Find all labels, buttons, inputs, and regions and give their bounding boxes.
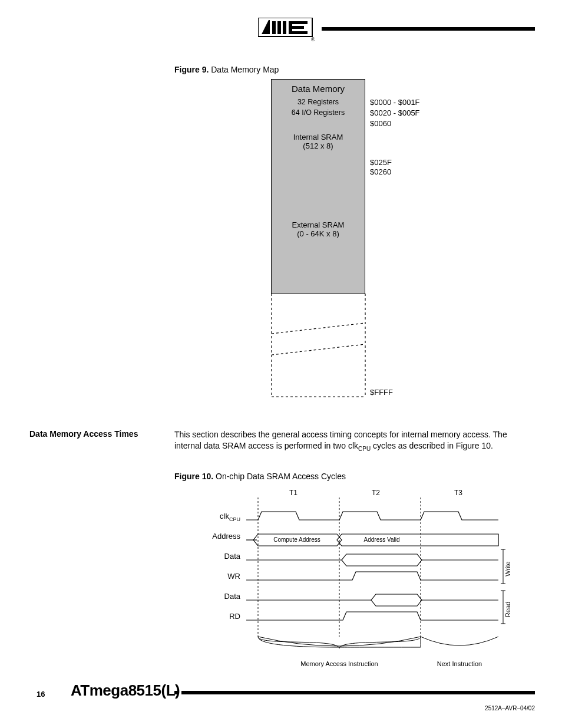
svg-rect-2 <box>277 21 281 34</box>
svg-rect-7 <box>289 21 292 34</box>
page-number: 16 <box>37 690 45 699</box>
wr-label: WR <box>227 572 240 581</box>
section-body-post: cycles as described in Figure 10. <box>371 441 493 450</box>
addr-reg32: $0000 - $001F <box>370 98 420 107</box>
atmel-logo: ® <box>258 18 315 41</box>
chip-name: ATmega8515(L) <box>71 681 180 700</box>
compute-address-text: Compute Address <box>273 536 320 543</box>
memmap-isram-l1: Internal SRAM <box>293 133 343 141</box>
write-side-label: Write <box>504 561 511 576</box>
addr-esram-start: $0260 <box>370 167 391 176</box>
t1-label: T1 <box>289 489 297 497</box>
memmap-title: Data Memory <box>271 79 365 98</box>
t3-label: T3 <box>454 489 462 497</box>
memmap-esram-l1: External SRAM <box>292 220 345 229</box>
next-instr-text: Next Instruction <box>437 660 482 667</box>
mem-instr-text: Memory Access Instruction <box>300 660 378 667</box>
figure10-caption: Figure 10. On-chip Data SRAM Access Cycl… <box>174 472 346 481</box>
footer-dot <box>174 691 178 694</box>
memmap-internal-sram: Internal SRAM (512 x 8) <box>271 118 365 166</box>
addr-isram-start: $0060 <box>370 119 391 128</box>
footer-rule <box>181 691 535 694</box>
memmap-tear <box>271 294 366 397</box>
figure10-label: Figure 10. <box>174 472 213 481</box>
figure10-caption-text: On-chip Data SRAM Access Cycles <box>216 472 346 481</box>
t2-label: T2 <box>372 489 380 497</box>
data-write-label: Data <box>224 552 241 561</box>
figure9-caption: Figure 9. Data Memory Map <box>174 65 279 74</box>
svg-rect-1 <box>272 21 276 34</box>
document-id: 2512A–AVR–04/02 <box>485 705 535 711</box>
svg-rect-3 <box>283 21 286 34</box>
address-valid-text: Address Valid <box>364 536 400 543</box>
section-body-access-times: This section describes the general acces… <box>174 429 535 453</box>
memmap-external-sram: External SRAM (0 - 64K x 8) <box>271 165 365 294</box>
svg-line-11 <box>272 323 365 334</box>
read-side-label: Read <box>504 602 511 617</box>
rd-label: RD <box>229 612 240 621</box>
svg-text:®: ® <box>311 37 315 41</box>
memmap-isram-l2: (512 x 8) <box>303 141 333 150</box>
timing-diagram: T1 T2 T3 clkCPU Address Data WR Data RD … <box>205 489 523 672</box>
svg-line-12 <box>272 344 365 355</box>
section-body-sub: CPU <box>358 446 371 452</box>
figure9-caption-text: Data Memory Map <box>211 65 279 74</box>
memmap-reg32: 32 Registers <box>271 97 365 108</box>
data-read-label: Data <box>224 592 241 601</box>
memmap-esram-l2: (0 - 64K x 8) <box>297 229 339 238</box>
figure9-label: Figure 9. <box>174 65 209 74</box>
memmap-reg64: 64 I/O Registers <box>271 107 365 118</box>
clk-label: clkCPU <box>220 512 240 522</box>
address-label: Address <box>212 532 240 541</box>
addr-end: $FFFF <box>370 388 393 397</box>
addr-reg64: $0020 - $005F <box>370 108 420 117</box>
addr-isram-end: $025F <box>370 158 392 167</box>
section-heading-access-times: Data Memory Access Times <box>29 429 138 439</box>
header-rule <box>322 27 535 31</box>
